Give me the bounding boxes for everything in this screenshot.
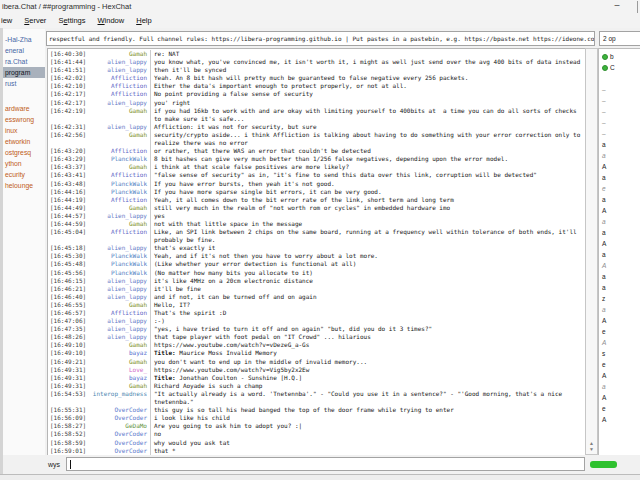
chat-line: [16:49:31]bayazTitle: Jonathan Coulton -…: [48, 374, 585, 382]
message-text: If you have more sparse single bit error…: [150, 188, 585, 196]
chat-line: [16:49:10]Gamahhttps://www.youtube.com/w…: [48, 341, 585, 349]
timestamp: [16:55:31]: [48, 406, 88, 414]
user-list-item[interactable]: A: [599, 392, 640, 403]
nick: alien_lappy: [88, 123, 150, 131]
timestamp: [16:42:19]: [48, 107, 88, 115]
chat-scrollbar[interactable]: ▲ ▼: [585, 48, 598, 455]
user-list-item[interactable]: e: [599, 403, 640, 414]
nick: alien_lappy: [88, 58, 150, 66]
timestamp: [16:46:40]: [48, 293, 88, 301]
message-text: :-): [150, 317, 585, 325]
sidebar-item-ecurity[interactable]: ecurity: [3, 169, 45, 180]
user-list-item[interactable]: A: [599, 238, 640, 249]
menu-item-settings[interactable]: Settings: [52, 13, 91, 28]
user-list-item[interactable]: –: [599, 128, 640, 139]
user-list-item[interactable]: –: [599, 106, 640, 117]
user-list-item[interactable]: z: [599, 293, 640, 304]
minimize-button[interactable]: –: [606, 0, 628, 13]
chat-line: [16:42:10]AfflictionEither the data's im…: [48, 82, 585, 90]
user-list-item[interactable]: A: [599, 161, 640, 172]
message-text: you' right: [150, 99, 585, 107]
chat-line: [16:44:57]alien_lappyyes: [48, 212, 585, 220]
timestamp: [16:45:48]: [48, 260, 88, 268]
channel-tree[interactable]: -Hal-Zhaeneralra.Chatprogramrustardwaree…: [3, 29, 45, 455]
user-list-item[interactable]: A: [599, 315, 640, 326]
nick-button[interactable]: wys: [48, 458, 60, 471]
user-list-item[interactable]: a: [599, 282, 640, 293]
nick: Affliction: [88, 74, 150, 82]
menu-item-server[interactable]: Server: [18, 13, 52, 28]
user-list-item[interactable]: e: [599, 183, 640, 194]
chat-line: [16:41:44]alien_lappyyou know what, you'…: [48, 58, 585, 66]
user-list-item[interactable]: –: [599, 84, 640, 95]
message-text: Yeah. An 8 bit hash will pretty much be …: [150, 74, 585, 82]
user-list-item[interactable]: –: [599, 95, 640, 106]
nick: alien_lappy: [88, 293, 150, 301]
user-list-item[interactable]: [599, 73, 640, 84]
user-list-item[interactable]: e: [599, 326, 640, 337]
menu-item-help[interactable]: Help: [130, 13, 157, 28]
chat-line: [16:42:31]alien_lappyAffliction: it was …: [48, 123, 585, 131]
timestamp: [16:46:21]: [48, 285, 88, 293]
user-list-item[interactable]: C: [599, 62, 640, 73]
chat-line: [16:46:55]GamahHello, IT?: [48, 301, 585, 309]
user-list-item[interactable]: A: [599, 205, 640, 216]
nick: Affliction: [88, 196, 150, 204]
user-list[interactable]: bC–––––aaAaeaAaaAaAaazaAeAseAaAeA: [598, 48, 640, 455]
user-list-item[interactable]: –: [599, 117, 640, 128]
timestamp: [16:45:04]: [48, 228, 88, 236]
message-text: it's like 4MHz on a 20cm electronic dist…: [150, 277, 585, 285]
timestamp: [48, 398, 88, 406]
user-list-item[interactable]: a: [599, 216, 640, 227]
chat-line: to make sure it's safe...: [48, 115, 585, 123]
sidebar-item-ardware[interactable]: ardware: [3, 103, 45, 114]
timestamp: [16:49:31]: [48, 382, 88, 390]
user-list-item[interactable]: A: [599, 414, 640, 425]
scroll-down-icon[interactable]: ▼: [586, 446, 597, 452]
chat-log[interactable]: [16:40:30]Gamahre: NAT[16:41:44]alien_la…: [47, 48, 585, 455]
user-list-item[interactable]: a: [599, 271, 640, 282]
menu-item-iew[interactable]: iew: [0, 13, 18, 28]
nick: Gamah: [88, 358, 150, 366]
sidebar-item-ra-chat[interactable]: ra.Chat: [3, 56, 45, 67]
user-list-item[interactable]: s: [599, 348, 640, 359]
menu-bar: iewServerSettingsWindowHelp: [0, 13, 640, 28]
user-list-item[interactable]: a: [599, 227, 640, 238]
sidebar-item-inux[interactable]: inux: [3, 125, 45, 136]
sidebar-item-ostgresq[interactable]: ostgresq: [3, 147, 45, 158]
message-text: "It actually already is a word. 'Tnetenn…: [150, 390, 585, 398]
user-list-item[interactable]: a: [599, 249, 640, 260]
user-list-item[interactable]: A: [599, 260, 640, 271]
user-list-item[interactable]: e: [599, 359, 640, 370]
op-dot-icon: [602, 54, 608, 60]
message-text: Like, an SPI link between 2 chips on the…: [150, 228, 585, 236]
user-list-item[interactable]: a: [599, 304, 640, 315]
sidebar-item-esswrong[interactable]: esswrong: [3, 114, 45, 125]
chat-line: [16:49:10]bayazTitle: Maurice Moss Inval…: [48, 349, 585, 357]
user-list-item[interactable]: a: [599, 194, 640, 205]
user-list-item[interactable]: A: [599, 337, 640, 348]
sidebar-item-etworkin[interactable]: etworkin: [3, 136, 45, 147]
timestamp: [48, 139, 88, 147]
message-text: Are you going to ask him to adopt you? :…: [150, 422, 585, 430]
user-list-item[interactable]: b: [599, 51, 640, 62]
sidebar-item-program[interactable]: program: [3, 67, 45, 78]
sidebar-item-rust[interactable]: rust: [3, 78, 45, 89]
message-input[interactable]: [66, 457, 585, 471]
user-list-item[interactable]: a: [599, 150, 640, 161]
sidebar-item-eneral[interactable]: eneral: [3, 45, 45, 56]
chat-line: [16:40:30]Gamahre: NAT: [48, 50, 585, 58]
user-list-item[interactable]: a: [599, 139, 640, 150]
chat-line: [16:54:53]interop_madness"It actually al…: [48, 390, 585, 398]
op-dot-icon: [602, 65, 608, 71]
user-list-item[interactable]: a: [599, 381, 640, 392]
user-list-item[interactable]: A: [599, 370, 640, 381]
user-list-item[interactable]: a: [599, 172, 640, 183]
sidebar-item-helounge[interactable]: helounge: [3, 180, 45, 191]
nick: Gamah: [88, 382, 150, 390]
menu-item-window[interactable]: Window: [92, 13, 131, 28]
topic-input[interactable]: respectful and friendly. Full channel ru…: [46, 31, 595, 46]
timestamp: [16:40:30]: [48, 50, 88, 58]
sidebar-item-hal-zha[interactable]: -Hal-Zha: [3, 34, 45, 45]
sidebar-item-ython[interactable]: ython: [3, 158, 45, 169]
